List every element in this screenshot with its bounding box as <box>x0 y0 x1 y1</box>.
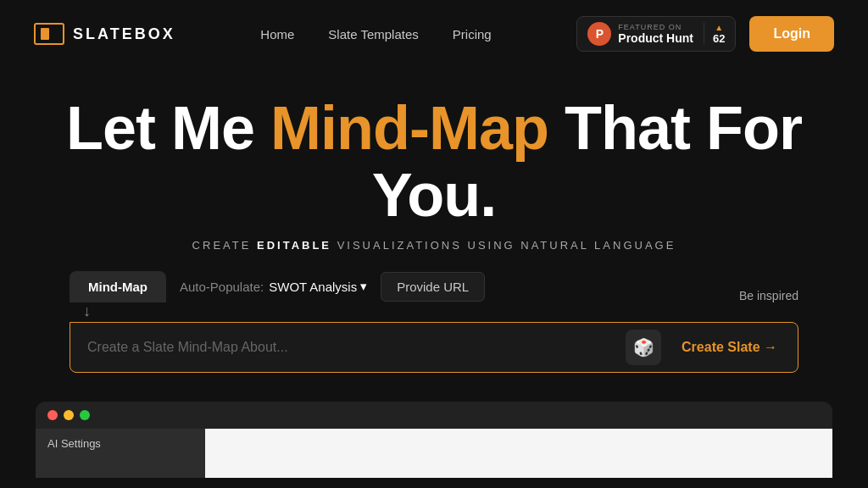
arrow-down-icon: ↓ <box>83 302 798 320</box>
nav-slate-templates[interactable]: Slate Templates <box>328 27 418 42</box>
be-inspired-link[interactable]: Be inspired <box>739 289 798 302</box>
nav-right: P FEATURED ON Product Hunt ▲ 62 Login <box>576 16 834 52</box>
ph-featured-label: FEATURED ON <box>618 23 693 31</box>
ph-count: ▲ 62 <box>704 23 725 45</box>
autopopulate-label: Auto-Populate: <box>180 280 264 294</box>
ph-arrow-icon: ▲ <box>715 23 723 32</box>
window-controls <box>36 402 832 429</box>
tab-provide-url[interactable]: Provide URL <box>381 272 485 302</box>
close-dot <box>47 410 58 420</box>
logo-text: SLATEBOX <box>73 25 175 43</box>
ai-settings-panel: AI Settings <box>36 429 205 478</box>
hero-subtitle-post: VISUALIZATIONS USING NATURAL LANGUAGE <box>331 239 676 252</box>
minimize-dot <box>64 410 74 420</box>
maximize-dot <box>80 410 90 420</box>
preview-window: AI Settings <box>36 402 832 478</box>
login-button[interactable]: Login <box>749 16 834 52</box>
product-hunt-badge[interactable]: P FEATURED ON Product Hunt ▲ 62 <box>576 16 736 52</box>
ph-number: 62 <box>713 32 725 45</box>
hero-subtitle: CREATE EDITABLE VISUALIZATIONS USING NAT… <box>192 239 676 252</box>
tab-mind-map[interactable]: Mind-Map <box>70 271 166 302</box>
swot-label: SWOT Analysis <box>269 280 357 294</box>
input-area: 🎲 Create Slate → <box>70 322 798 373</box>
dice-icon[interactable]: 🎲 <box>626 330 661 365</box>
product-hunt-text: FEATURED ON Product Hunt <box>618 23 693 45</box>
nav-home[interactable]: Home <box>260 27 294 42</box>
product-hunt-logo: P <box>587 22 611 46</box>
navbar: SLATEBOX Home Slate Templates Pricing P … <box>0 0 868 68</box>
tab-auto-populate[interactable]: Auto-Populate: SWOT Analysis ▾ <box>166 270 381 302</box>
hero-title-pre: Let Me <box>66 94 270 162</box>
logo[interactable]: SLATEBOX <box>34 23 175 45</box>
preview-content: AI Settings <box>36 429 832 478</box>
swot-dropdown[interactable]: SWOT Analysis ▾ <box>269 279 367 294</box>
nav-pricing[interactable]: Pricing <box>453 27 492 42</box>
ph-name: Product Hunt <box>618 31 693 45</box>
preview-main-area <box>205 429 832 478</box>
create-slate-button[interactable]: Create Slate → <box>668 333 791 362</box>
chevron-down-icon: ▾ <box>360 279 367 294</box>
ai-settings-label: AI Settings <box>47 437 101 450</box>
hero-title-highlight: Mind-Map <box>270 94 548 162</box>
logo-icon <box>34 23 64 45</box>
mind-map-input[interactable] <box>77 326 619 369</box>
hero-subtitle-pre: CREATE <box>192 239 257 252</box>
hero-title: Let Me Mind-Map That For You. <box>0 95 868 229</box>
hero-section: Let Me Mind-Map That For You. CREATE EDI… <box>0 68 868 373</box>
hero-subtitle-bold: EDITABLE <box>257 239 331 252</box>
nav-links: Home Slate Templates Pricing <box>260 27 491 42</box>
